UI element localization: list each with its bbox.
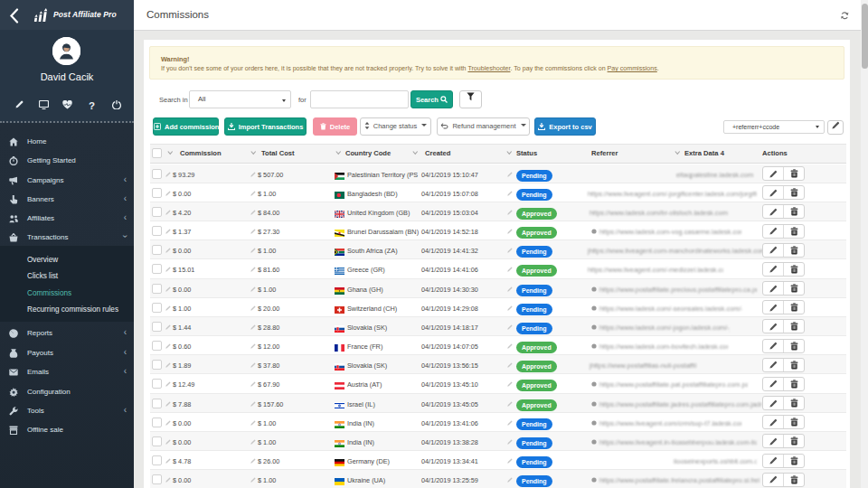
svg-text:?: ? (89, 100, 95, 111)
